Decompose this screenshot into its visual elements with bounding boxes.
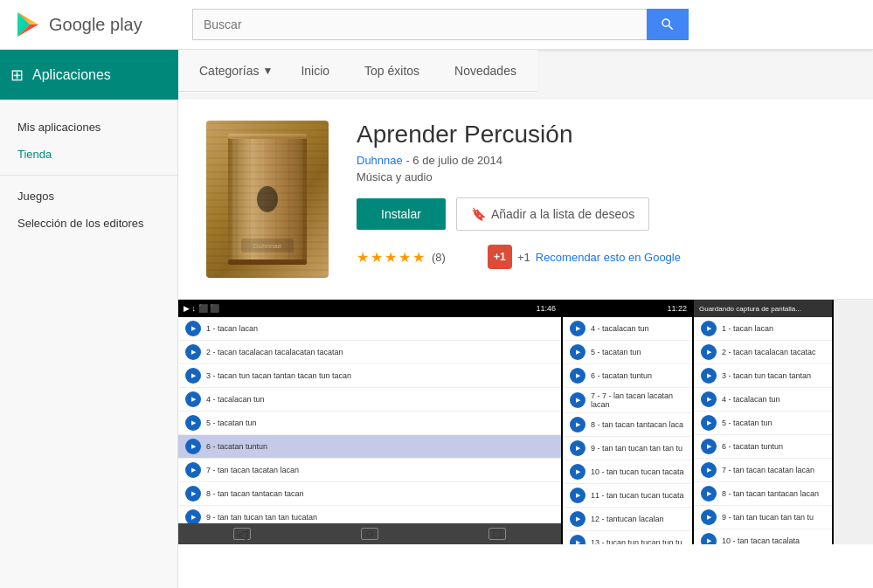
nav-top-exitos[interactable]: Top éxitos	[357, 50, 426, 92]
nav-categories[interactable]: Categorías ▼	[199, 64, 273, 78]
play-icon[interactable]	[701, 509, 717, 525]
play-icon[interactable]	[570, 488, 585, 503]
play-icon[interactable]	[701, 391, 717, 407]
play-icon[interactable]	[185, 415, 201, 431]
search-icon	[660, 17, 676, 32]
track-label: 12 - tantucan lacalan	[591, 515, 664, 523]
track-item[interactable]: 1 - tacan lacan	[178, 317, 561, 341]
screenshot-inner: 11:22 4 - tacalacan tun 5 - tacatan tun …	[563, 300, 692, 544]
track-item[interactable]: 2 - tacan tacalacan tacatac	[694, 341, 832, 364]
track-item[interactable]: 4 - tacalacan tun	[694, 388, 832, 412]
play-icon[interactable]	[185, 462, 201, 478]
svg-text:Duhnnae: Duhnnae	[253, 242, 282, 250]
track-item[interactable]: 8 - tan tacan tantacan laca	[563, 413, 692, 437]
svg-rect-12	[241, 239, 294, 252]
track-item[interactable]: 9 - tan tan tucan tan tan tucatan	[178, 506, 561, 523]
cajon-svg: Duhnnae	[215, 125, 320, 273]
play-icon[interactable]	[570, 417, 585, 432]
track-label: 3 - tacan tun tacan tantan tacan tun tac…	[206, 371, 351, 380]
track-item[interactable]: 7 - tan tacan tacatan lacan	[178, 459, 561, 482]
play-icon[interactable]	[701, 368, 717, 384]
play-icon[interactable]	[570, 464, 585, 480]
sidebar-item-juegos[interactable]: Juegos	[0, 183, 177, 210]
track-item[interactable]: 9 - tan tan tucan tan tan tu	[694, 506, 832, 529]
play-icon[interactable]	[570, 440, 585, 456]
track-label: 5 - tacatan tun	[591, 348, 641, 356]
track-label: 8 - tan tacan tantacan tacan	[206, 489, 304, 498]
play-icon[interactable]	[701, 344, 717, 360]
sidebar-item-tienda[interactable]: Tienda	[0, 141, 177, 168]
track-item[interactable]: 4 - tacalacan tun	[178, 388, 561, 412]
track-label: 5 - tacatan tun	[722, 419, 773, 427]
play-icon[interactable]	[185, 439, 201, 454]
track-item[interactable]: 13 - tucan tun tucan tun tu	[563, 531, 692, 544]
back-btn[interactable]: ◁	[233, 528, 251, 540]
track-item[interactable]: 2 - tacan tacalacan tacalacatan tacatan	[178, 341, 561, 364]
track-item[interactable]: 1 - tacan lacan	[694, 317, 832, 341]
play-icon[interactable]	[701, 462, 717, 478]
play-icon[interactable]	[185, 321, 201, 336]
play-icon[interactable]	[570, 535, 585, 544]
track-item[interactable]: 4 - tacalacan tun	[563, 317, 692, 341]
play-icon[interactable]	[570, 368, 585, 384]
sidebar: Mis aplicaciones Tienda Juegos Selección…	[0, 100, 178, 588]
track-label: 13 - tucan tun tucan tun tu	[591, 538, 682, 544]
wishlist-button[interactable]: 🔖 Añadir a la lista de deseos	[456, 197, 649, 231]
track-item[interactable]: 5 - tacatan tun	[178, 412, 561, 435]
search-input[interactable]	[192, 9, 647, 40]
track-item[interactable]: 7 - tan tacan tacatan lacan	[694, 459, 832, 482]
track-item[interactable]: 10 - tan tucan tucan tacata	[563, 460, 692, 484]
track-item[interactable]: 6 - tacatan tuntun	[563, 364, 692, 388]
track-item[interactable]: 11 - tan tucan tucan tucata	[563, 484, 692, 508]
play-icon[interactable]	[570, 511, 585, 527]
track-item[interactable]: 8 - tan tacan tantacan tacan	[178, 482, 561, 506]
recents-btn[interactable]: □	[488, 528, 506, 540]
track-label: 4 - tacalacan tun	[722, 395, 780, 404]
sidebar-item-mis-aplicaciones[interactable]: Mis aplicaciones	[0, 114, 177, 141]
install-button[interactable]: Instalar	[357, 198, 446, 230]
search-button[interactable]	[647, 9, 689, 40]
nav-bar: Categorías ▼ Inicio Top éxitos Novedades	[178, 50, 537, 92]
play-icon[interactable]	[185, 344, 201, 360]
play-icon[interactable]	[185, 391, 201, 407]
play-icon[interactable]	[701, 486, 717, 502]
play-icon[interactable]	[185, 486, 201, 502]
track-item[interactable]: 5 - tacatan tun	[563, 341, 692, 364]
screenshot-1: 11:22 4 - tacalacan tun 5 - tacatan tun …	[563, 300, 694, 544]
track-item[interactable]: 3 - tacan tun tacan tantan	[694, 364, 832, 388]
home-btn[interactable]: ○	[361, 528, 378, 540]
track-item[interactable]: 6 - tacatan tuntun	[178, 435, 561, 459]
track-label: 9 - tan tan tucan tan tan tu	[591, 444, 682, 453]
track-item[interactable]: 9 - tan tan tucan tan tan tu	[563, 437, 692, 460]
sidebar-item-seleccion-editores[interactable]: Selección de los editores	[0, 210, 177, 237]
track-item[interactable]: 6 - tacatan tuntun	[694, 435, 832, 459]
play-icon[interactable]	[701, 439, 717, 454]
screenshot-inner: Guardando captura de pantalla... 1 - tac…	[694, 300, 832, 544]
status-right: 11:46	[536, 304, 556, 313]
developer-link[interactable]: Duhnnae	[357, 154, 403, 167]
play-icon[interactable]	[185, 368, 201, 384]
nav-novedades[interactable]: Novedades	[447, 50, 523, 92]
track-label: 8 - tan tacan tantacan lacan	[722, 489, 819, 498]
play-icon[interactable]	[570, 321, 585, 336]
play-icon[interactable]	[570, 392, 585, 408]
nav-inicio[interactable]: Inicio	[294, 50, 336, 92]
status-bar: 11:22	[563, 300, 692, 317]
play-icon[interactable]	[570, 344, 585, 360]
track-item[interactable]: 10 - tan tacan tacalata	[694, 529, 832, 544]
screenshots-area: ▶ ↓ ⬛ ⬛ 11:46 1 - tacan lacan 2 - tacan …	[178, 300, 873, 544]
play-icon[interactable]	[701, 321, 717, 336]
track-item[interactable]: 5 - tacatan tun	[694, 412, 832, 435]
track-label: 1 - tacan lacan	[722, 324, 773, 333]
play-icon[interactable]	[701, 533, 717, 544]
track-item[interactable]: 8 - tan tacan tantacan lacan	[694, 482, 832, 506]
recommend-button[interactable]: Recomendar esto en Google	[536, 251, 681, 264]
track-label: 9 - tan tan tucan tan tan tu	[722, 513, 814, 522]
play-icon[interactable]	[701, 415, 717, 431]
google-plus-icon[interactable]: +1	[488, 245, 512, 269]
track-item[interactable]: 12 - tantucan lacalan	[563, 508, 692, 531]
track-item[interactable]: 7 - 7 - lan tacan lacatan lacan	[563, 388, 692, 413]
track-item[interactable]: 3 - tacan tun tacan tantan tacan tun tac…	[178, 364, 561, 388]
logo-text: Google play	[49, 15, 142, 35]
play-icon[interactable]	[185, 509, 201, 523]
